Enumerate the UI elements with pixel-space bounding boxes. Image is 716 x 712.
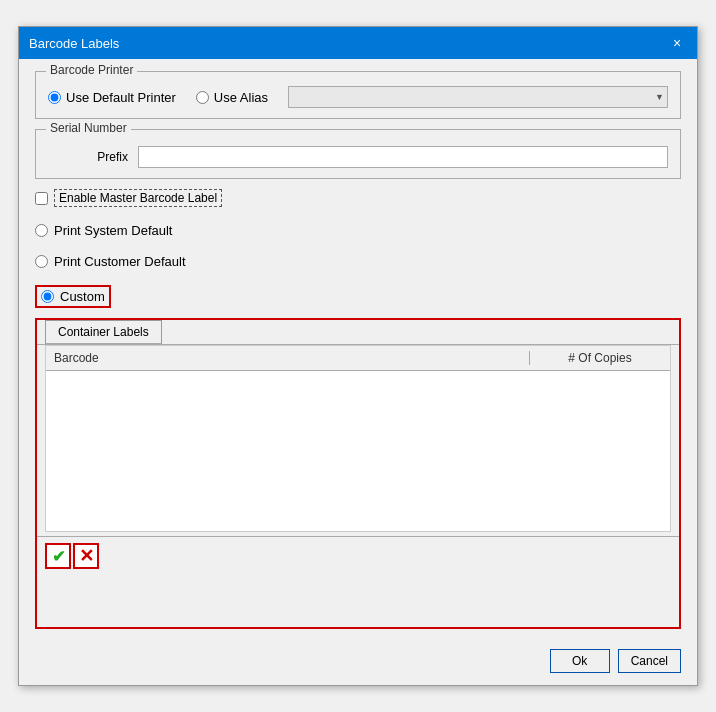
ok-button[interactable]: Ok xyxy=(550,649,610,673)
use-default-printer-radio[interactable] xyxy=(48,91,61,104)
title-bar: Barcode Labels × xyxy=(19,27,697,59)
print-customer-default-row: Print Customer Default xyxy=(35,254,681,269)
col-barcode-header: Barcode xyxy=(46,349,529,367)
use-alias-radio[interactable] xyxy=(196,91,209,104)
prefix-row: Prefix xyxy=(48,146,668,168)
alias-dropdown-wrapper xyxy=(288,86,668,108)
master-barcode-row: Enable Master Barcode Label xyxy=(35,189,681,207)
print-customer-default-text: Print Customer Default xyxy=(54,254,186,269)
barcode-labels-dialog: Barcode Labels × Barcode Printer Use Def… xyxy=(18,26,698,686)
toolbar-ok-icon: ✔ xyxy=(52,547,65,566)
table-wrapper: Barcode # Of Copies xyxy=(45,345,671,532)
enable-master-barcode-label: Enable Master Barcode Label xyxy=(54,189,222,207)
serial-number-legend: Serial Number xyxy=(46,121,131,135)
custom-radio[interactable] xyxy=(41,290,54,303)
enable-master-barcode-checkbox[interactable] xyxy=(35,192,48,205)
toolbar-row: ✔ ✕ xyxy=(37,536,679,575)
use-default-printer-text: Use Default Printer xyxy=(66,90,176,105)
serial-number-group: Serial Number Prefix xyxy=(35,129,681,179)
use-alias-text: Use Alias xyxy=(214,90,268,105)
toolbar-cancel-icon: ✕ xyxy=(79,545,94,567)
table-header: Barcode # Of Copies xyxy=(46,346,670,371)
prefix-input[interactable] xyxy=(138,146,668,168)
use-alias-label[interactable]: Use Alias xyxy=(196,90,268,105)
container-labels-group: Container Labels Barcode # Of Copies ✔ ✕ xyxy=(35,318,681,629)
container-labels-tab[interactable]: Container Labels xyxy=(45,320,162,344)
table-body xyxy=(46,371,670,531)
dialog-title: Barcode Labels xyxy=(29,36,119,51)
print-customer-default-radio[interactable] xyxy=(35,255,48,268)
use-default-printer-label[interactable]: Use Default Printer xyxy=(48,90,176,105)
print-system-default-radio[interactable] xyxy=(35,224,48,237)
alias-dropdown[interactable] xyxy=(288,86,668,108)
tab-bar: Container Labels xyxy=(37,320,679,345)
dialog-footer: Ok Cancel xyxy=(19,641,697,685)
toolbar-cancel-button[interactable]: ✕ xyxy=(73,543,99,569)
close-button[interactable]: × xyxy=(667,33,687,53)
print-system-default-row: Print System Default xyxy=(35,223,681,238)
custom-text: Custom xyxy=(60,289,105,304)
barcode-printer-group: Barcode Printer Use Default Printer Use … xyxy=(35,71,681,119)
col-copies-header: # Of Copies xyxy=(530,349,670,367)
dialog-body: Barcode Printer Use Default Printer Use … xyxy=(19,59,697,641)
prefix-label: Prefix xyxy=(48,150,128,164)
barcode-printer-legend: Barcode Printer xyxy=(46,63,137,77)
custom-row: Custom xyxy=(35,285,111,308)
printer-radio-row: Use Default Printer Use Alias xyxy=(48,86,668,108)
toolbar-ok-button[interactable]: ✔ xyxy=(45,543,71,569)
cancel-button[interactable]: Cancel xyxy=(618,649,681,673)
print-system-default-text: Print System Default xyxy=(54,223,173,238)
